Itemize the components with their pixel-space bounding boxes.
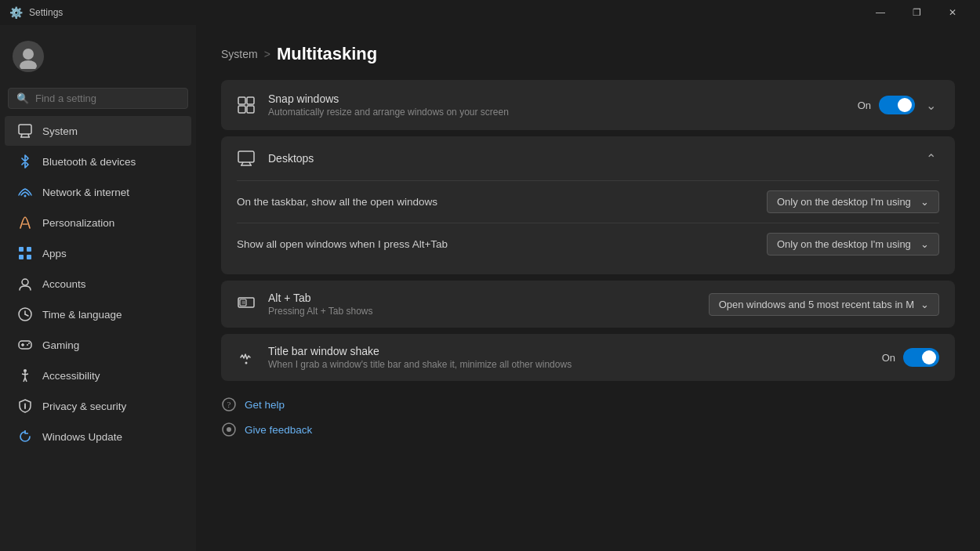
title-bar-left: ⚙️ Settings xyxy=(9,6,63,19)
sidebar-item-apps[interactable]: Apps xyxy=(5,238,191,268)
svg-point-1 xyxy=(20,60,37,69)
alt-tab-value: Open windows and 5 most recent tabs in M xyxy=(719,299,914,310)
snap-windows-icon xyxy=(237,96,256,114)
search-box[interactable]: 🔍 xyxy=(8,88,188,109)
svg-rect-26 xyxy=(247,97,254,104)
snap-windows-subtitle: Automatically resize and arrange windows… xyxy=(268,107,845,118)
svg-rect-8 xyxy=(19,247,24,252)
snap-windows-header: Snap windows Automatically resize and ar… xyxy=(221,80,955,130)
nav-label-network: Network & internet xyxy=(42,187,182,198)
nav-label-privacy: Privacy & security xyxy=(42,401,182,412)
restore-button[interactable]: ❐ xyxy=(898,0,935,25)
svg-point-0 xyxy=(23,49,34,60)
snap-windows-controls: On ⌄ xyxy=(858,96,939,114)
snap-windows-title-block: Snap windows Automatically resize and ar… xyxy=(268,92,845,118)
svg-text:?: ? xyxy=(227,400,231,409)
breadcrumb-current: Multitasking xyxy=(277,44,377,64)
search-icon: 🔍 xyxy=(16,92,29,104)
taskbar-dropdown-chevron: ⌄ xyxy=(920,196,929,208)
sidebar-item-windows-update[interactable]: Windows Update xyxy=(5,422,191,451)
desktops-header: Desktops ⌃ xyxy=(221,136,955,180)
svg-rect-11 xyxy=(27,255,31,259)
sidebar-item-accounts[interactable]: Accounts xyxy=(5,269,191,299)
svg-rect-2 xyxy=(19,125,31,134)
title-bar-shake-toggle[interactable] xyxy=(903,348,939,367)
desktops-card: Desktops ⌃ On the taskbar, show all the … xyxy=(221,136,955,274)
svg-rect-27 xyxy=(238,106,245,113)
get-help-label: Get help xyxy=(245,399,285,411)
sidebar-item-privacy[interactable]: Privacy & security xyxy=(5,391,191,421)
get-help-link[interactable]: ? Get help xyxy=(221,393,955,415)
title-bar-controls: — ❐ ✕ xyxy=(862,0,971,25)
minimize-button[interactable]: — xyxy=(862,0,898,25)
nav-icon-network xyxy=(17,184,33,200)
sidebar-item-personalization[interactable]: Personalization xyxy=(5,208,191,237)
alttab-desktop-dropdown[interactable]: Only on the desktop I'm using ⌄ xyxy=(767,233,939,256)
nav-icon-bluetooth xyxy=(17,154,33,169)
desktops-expanded: On the taskbar, show all the open window… xyxy=(221,180,955,274)
alt-tab-row: Alt + Tab Pressing Alt + Tab shows Open … xyxy=(221,281,955,328)
title-bar-shake-row: Title bar window shake When I grab a win… xyxy=(221,334,955,381)
taskbar-row: On the taskbar, show all the open window… xyxy=(237,180,939,223)
close-button[interactable]: ✕ xyxy=(935,0,971,25)
sidebar-item-bluetooth[interactable]: Bluetooth & devices xyxy=(5,147,191,176)
nav-icon-personalization xyxy=(17,215,33,230)
app-icon: ⚙️ xyxy=(9,6,23,19)
title-bar: ⚙️ Settings — ❐ ✕ xyxy=(0,0,980,25)
nav-icon-gaming xyxy=(17,337,33,353)
nav-icon-privacy xyxy=(17,398,33,414)
sidebar-item-accessibility[interactable]: Accessibility xyxy=(5,361,191,390)
avatar xyxy=(13,41,44,72)
svg-rect-35 xyxy=(242,301,246,304)
sidebar-item-network[interactable]: Network & internet xyxy=(5,177,191,207)
give-feedback-label: Give feedback xyxy=(245,424,312,436)
breadcrumb-parent[interactable]: System xyxy=(221,48,258,60)
nav-label-windows-update: Windows Update xyxy=(42,431,182,443)
footer-links: ? Get help Give feedback xyxy=(221,393,955,440)
give-feedback-link[interactable]: Give feedback xyxy=(221,419,955,440)
alt-tab-chevron: ⌄ xyxy=(920,299,929,310)
sidebar-item-gaming[interactable]: Gaming xyxy=(5,330,191,360)
search-input[interactable] xyxy=(35,92,180,104)
svg-point-20 xyxy=(28,343,30,344)
svg-point-40 xyxy=(227,427,231,432)
alt-tab-icon xyxy=(237,295,256,314)
nav-icon-accessibility xyxy=(17,368,33,383)
alt-tab-dropdown[interactable]: Open windows and 5 most recent tabs in M… xyxy=(709,293,939,316)
sidebar-item-time[interactable]: Time & language xyxy=(5,299,191,329)
svg-point-19 xyxy=(27,344,28,346)
desktops-title: Desktops xyxy=(268,152,910,165)
svg-rect-16 xyxy=(19,341,31,349)
taskbar-row-label: On the taskbar, show all the open window… xyxy=(237,196,767,208)
svg-point-36 xyxy=(245,362,248,364)
title-bar-shake-title: Title bar window shake xyxy=(268,345,869,357)
snap-windows-toggle[interactable] xyxy=(879,96,915,114)
snap-windows-card: Snap windows Automatically resize and ar… xyxy=(221,80,955,130)
get-help-icon: ? xyxy=(221,397,237,412)
svg-point-21 xyxy=(24,369,27,372)
svg-point-24 xyxy=(24,404,26,405)
svg-rect-25 xyxy=(238,97,245,104)
desktops-controls: ⌃ xyxy=(923,150,939,168)
desktops-collapse-btn[interactable]: ⌃ xyxy=(923,150,939,168)
title-bar-shake-toggle-label: On xyxy=(882,352,895,364)
svg-rect-10 xyxy=(19,255,24,259)
nav-list: System Bluetooth & devices Network & int… xyxy=(0,115,196,452)
svg-point-12 xyxy=(22,279,28,285)
snap-windows-title: Snap windows xyxy=(268,92,845,105)
taskbar-dropdown[interactable]: Only on the desktop I'm using ⌄ xyxy=(767,190,939,213)
title-bar-title: Settings xyxy=(29,7,63,18)
nav-label-personalization: Personalization xyxy=(42,217,182,229)
breadcrumb: System > Multitasking xyxy=(221,44,955,64)
sidebar-item-system[interactable]: System xyxy=(5,116,191,146)
alt-tab-title-block: Alt + Tab Pressing Alt + Tab shows xyxy=(268,292,696,317)
alttab-desktop-row: Show all open windows when I press Alt+T… xyxy=(237,223,939,265)
snap-windows-toggle-label: On xyxy=(858,100,871,111)
snap-windows-expand-btn[interactable]: ⌄ xyxy=(923,96,939,114)
nav-icon-accounts xyxy=(17,276,33,292)
main-content: System > Multitasking Snap windows Autom… xyxy=(196,25,980,551)
sidebar: 🔍 System Bluetooth & devices Network & i… xyxy=(0,25,196,551)
nav-icon-time xyxy=(17,306,33,322)
user-section xyxy=(0,25,196,85)
nav-icon-apps xyxy=(17,245,33,261)
